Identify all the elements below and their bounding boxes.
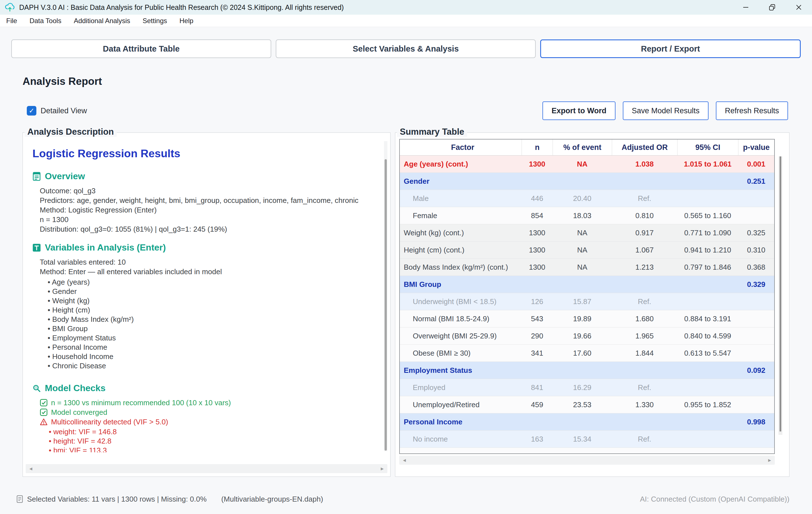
variables-line: Total variables entered: 10 bbox=[40, 257, 373, 267]
table-row[interactable]: Employment Status0.092 bbox=[400, 362, 774, 379]
save-model-results-button[interactable]: Save Model Results bbox=[623, 101, 708, 120]
scroll-right-arrow-icon[interactable]: ► bbox=[767, 458, 772, 463]
cell-factor: Employed bbox=[400, 383, 522, 392]
model-checks-section-heading: Model Checks bbox=[32, 383, 373, 393]
tab-select-variables-analysis[interactable]: Select Variables & Analysis bbox=[276, 39, 536, 58]
cell-ci: 0.941 to 1.210 bbox=[677, 246, 738, 254]
report-main-heading: Logistic Regression Results bbox=[32, 147, 373, 160]
status-bar: Selected Variables: 11 vars | 1300 rows … bbox=[16, 493, 789, 505]
table-row[interactable]: < 10,000 Baht/month18316.941.0110.557 to… bbox=[400, 448, 774, 454]
column-header-adjusted-or[interactable]: Adjusted OR bbox=[612, 140, 677, 155]
table-row[interactable]: Body Mass Index (kg/m²) (cont.)1300NA1.2… bbox=[400, 259, 774, 276]
model-check-pass: n = 1300 vs minimum recommended 100 (10 … bbox=[40, 398, 373, 407]
menu-bar: File Data Tools Additional Analysis Sett… bbox=[0, 14, 812, 27]
variable-item: Household Income bbox=[48, 352, 373, 361]
overview-line: Method: Logistic Regression (Enter) bbox=[40, 205, 373, 215]
cell-or: 1.011 bbox=[612, 452, 677, 454]
column-header-factor[interactable]: Factor bbox=[400, 140, 522, 155]
window-title: DAPH V.3.0 AI : Basic Data Analysis for … bbox=[19, 3, 344, 11]
restore-button[interactable] bbox=[759, 0, 785, 14]
table-row[interactable]: Normal (BMI 18.5-24.9)54319.891.6800.884… bbox=[400, 310, 774, 328]
cell-factor: Female bbox=[400, 211, 522, 220]
table-row[interactable]: Female85418.030.8100.565 to 1.160 bbox=[400, 207, 774, 224]
menu-additional-analysis[interactable]: Additional Analysis bbox=[74, 17, 130, 25]
table-row[interactable]: Height (cm) (cont.)1300NA1.0670.941 to 1… bbox=[400, 242, 774, 259]
scrollbar-thumb[interactable] bbox=[384, 159, 387, 451]
tab-data-attribute-table[interactable]: Data Attribute Table bbox=[11, 39, 271, 58]
tab-report-export[interactable]: Report / Export bbox=[540, 39, 801, 58]
cell-ci: 0.557 to 1.835 bbox=[677, 452, 738, 454]
table-row[interactable]: No income16315.34Ref. bbox=[400, 431, 774, 448]
table-row[interactable]: Obese (BMI ≥ 30)34117.601.8440.613 to 5.… bbox=[400, 345, 774, 362]
status-ai-connection: AI: Connected (Custom (OpenAI Compatible… bbox=[640, 495, 789, 504]
status-left: Selected Variables: 11 vars | 1300 rows … bbox=[16, 495, 323, 504]
cell-ci: 0.955 to 1.852 bbox=[677, 400, 738, 409]
variable-item: Personal Income bbox=[48, 343, 373, 352]
description-horizontal-scrollbar[interactable]: ◄ ► bbox=[26, 464, 387, 473]
cell-factor: BMI Group bbox=[400, 280, 522, 289]
model-check-pass: Model converged bbox=[40, 407, 373, 417]
description-vertical-scrollbar[interactable] bbox=[384, 141, 387, 451]
close-button[interactable] bbox=[785, 0, 812, 14]
column-header-n[interactable]: n bbox=[522, 140, 553, 155]
table-vertical-scrollbar[interactable] bbox=[779, 156, 782, 435]
cell-factor: Body Mass Index (kg/m²) (cont.) bbox=[400, 263, 522, 272]
column-header-p-value[interactable]: p-value bbox=[738, 140, 774, 155]
scroll-right-arrow-icon[interactable]: ► bbox=[380, 466, 384, 471]
minimize-button[interactable] bbox=[732, 0, 759, 14]
table-row[interactable]: Male44620.40Ref. bbox=[400, 190, 774, 207]
cell-pct: 19.66 bbox=[553, 332, 612, 340]
table-horizontal-scrollbar[interactable]: ◄ ► bbox=[399, 456, 775, 465]
column-header-pct-of-event[interactable]: % of event bbox=[553, 140, 612, 155]
variable-item: Height (cm) bbox=[48, 305, 373, 315]
table-row[interactable]: Employed84116.29Ref. bbox=[400, 379, 774, 396]
cell-factor: < 10,000 Baht/month bbox=[400, 452, 522, 454]
table-row[interactable]: Age (years) (cont.)1300NA1.0381.015 to 1… bbox=[400, 156, 774, 173]
overview-line: Distribution: qol_g3=0: 1055 (81%) | qol… bbox=[40, 224, 373, 234]
summary-table-title: Summary Table bbox=[397, 127, 467, 137]
scroll-left-arrow-icon[interactable]: ◄ bbox=[402, 458, 407, 463]
scroll-left-arrow-icon[interactable]: ◄ bbox=[28, 466, 33, 471]
table-row[interactable]: Unemployed/Retired45923.531.3300.955 to … bbox=[400, 396, 774, 414]
cell-ci: 0.840 to 4.599 bbox=[677, 332, 738, 340]
page-title: Analysis Report bbox=[23, 75, 812, 87]
cell-n: 1300 bbox=[522, 263, 553, 272]
column-header-95-ci[interactable]: 95% CI bbox=[677, 140, 738, 155]
warning-icon bbox=[40, 418, 48, 426]
variable-item: Gender bbox=[48, 287, 373, 296]
variable-item: Weight (kg) bbox=[48, 296, 373, 305]
menu-help[interactable]: Help bbox=[179, 17, 193, 25]
summary-table-body: Age (years) (cont.)1300NA1.0381.015 to 1… bbox=[400, 156, 774, 454]
table-row[interactable]: Overweight (BMI 25-29.9)29019.661.9650.8… bbox=[400, 328, 774, 345]
summary-table: Factor n % of event Adjusted OR 95% CI p… bbox=[399, 139, 775, 454]
table-row[interactable]: Personal Income0.998 bbox=[400, 414, 774, 431]
cell-pct: NA bbox=[553, 263, 612, 272]
variables-list: Age (years) Gender Weight (kg) Height (c… bbox=[48, 278, 373, 370]
menu-file[interactable]: File bbox=[6, 17, 17, 25]
variables-icon bbox=[32, 243, 41, 252]
variable-item: Age (years) bbox=[48, 278, 373, 287]
variable-item: Chronic Disease bbox=[48, 361, 373, 370]
table-row[interactable]: Gender0.251 bbox=[400, 173, 774, 190]
cell-ci: 0.613 to 5.547 bbox=[677, 349, 738, 358]
cell-p: 0.251 bbox=[738, 177, 774, 186]
refresh-results-button[interactable]: Refresh Results bbox=[716, 101, 788, 120]
detailed-view-checkbox[interactable]: ✓ bbox=[27, 106, 36, 116]
cell-pct: 19.89 bbox=[553, 314, 612, 323]
title-bar: DAPH V.3.0 AI : Basic Data Analysis for … bbox=[0, 0, 812, 14]
export-to-word-button[interactable]: Export to Word bbox=[543, 101, 615, 120]
check-icon bbox=[40, 408, 48, 416]
scrollbar-thumb[interactable] bbox=[780, 156, 781, 431]
table-row[interactable]: Weight (kg) (cont.)1300NA0.9170.771 to 1… bbox=[400, 224, 774, 242]
menu-settings[interactable]: Settings bbox=[143, 17, 167, 25]
table-row[interactable]: BMI Group0.329 bbox=[400, 276, 774, 293]
status-selected-variables: Selected Variables: 11 vars | 1300 rows … bbox=[27, 495, 207, 504]
cell-or: 1.965 bbox=[612, 332, 677, 340]
cell-n: 854 bbox=[522, 211, 553, 220]
table-row[interactable]: Underweight (BMI < 18.5)12615.87Ref. bbox=[400, 293, 774, 310]
overview-section-heading: Overview bbox=[32, 171, 373, 181]
vif-item: height: VIF = 42.8 bbox=[49, 436, 373, 446]
summary-table-panel: Summary Table Factor n % of event Adjust… bbox=[395, 132, 789, 477]
menu-data-tools[interactable]: Data Tools bbox=[30, 17, 61, 25]
overview-line: Predictors: age, gender, weight, height,… bbox=[40, 195, 373, 205]
